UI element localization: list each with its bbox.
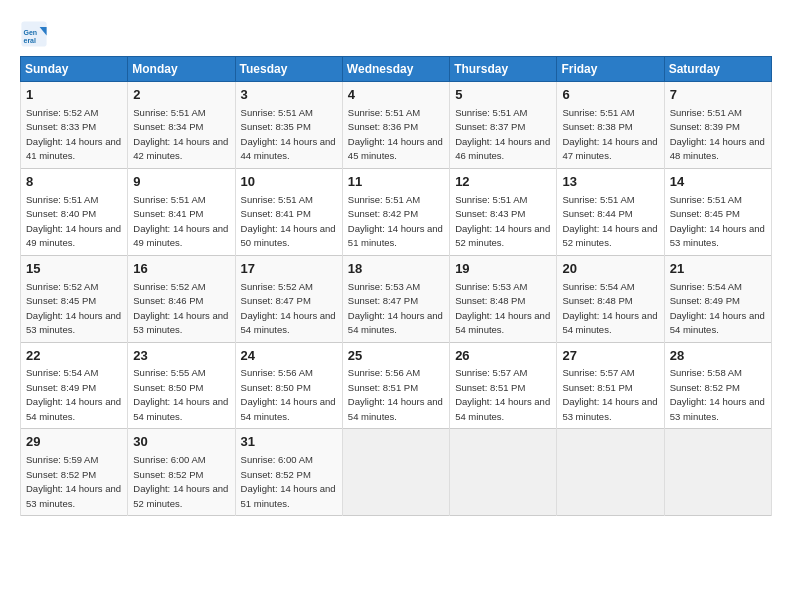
day-cell: 6Sunrise: 5:51 AMSunset: 8:38 PMDaylight…: [557, 82, 664, 169]
day-number: 14: [670, 173, 766, 192]
day-number: 12: [455, 173, 551, 192]
cell-info: Sunrise: 5:51 AMSunset: 8:41 PMDaylight:…: [241, 194, 336, 249]
cell-info: Sunrise: 6:00 AMSunset: 8:52 PMDaylight:…: [133, 454, 228, 509]
cell-info: Sunrise: 5:54 AMSunset: 8:49 PMDaylight:…: [670, 281, 765, 336]
header: Gen eral: [20, 16, 772, 48]
day-cell: 15Sunrise: 5:52 AMSunset: 8:45 PMDayligh…: [21, 255, 128, 342]
weekday-tuesday: Tuesday: [235, 57, 342, 82]
weekday-friday: Friday: [557, 57, 664, 82]
day-cell: 27Sunrise: 5:57 AMSunset: 8:51 PMDayligh…: [557, 342, 664, 429]
day-number: 20: [562, 260, 658, 279]
day-number: 19: [455, 260, 551, 279]
day-number: 15: [26, 260, 122, 279]
day-cell: 13Sunrise: 5:51 AMSunset: 8:44 PMDayligh…: [557, 168, 664, 255]
day-number: 6: [562, 86, 658, 105]
week-row-1: 1Sunrise: 5:52 AMSunset: 8:33 PMDaylight…: [21, 82, 772, 169]
weekday-wednesday: Wednesday: [342, 57, 449, 82]
cell-info: Sunrise: 5:53 AMSunset: 8:47 PMDaylight:…: [348, 281, 443, 336]
cell-info: Sunrise: 5:59 AMSunset: 8:52 PMDaylight:…: [26, 454, 121, 509]
cell-info: Sunrise: 6:00 AMSunset: 8:52 PMDaylight:…: [241, 454, 336, 509]
cell-info: Sunrise: 5:51 AMSunset: 8:41 PMDaylight:…: [133, 194, 228, 249]
day-number: 27: [562, 347, 658, 366]
logo-icon: Gen eral: [20, 20, 48, 48]
day-number: 9: [133, 173, 229, 192]
day-number: 11: [348, 173, 444, 192]
day-number: 18: [348, 260, 444, 279]
cell-info: Sunrise: 5:51 AMSunset: 8:44 PMDaylight:…: [562, 194, 657, 249]
day-number: 29: [26, 433, 122, 452]
svg-text:Gen: Gen: [24, 29, 38, 36]
day-cell: 29Sunrise: 5:59 AMSunset: 8:52 PMDayligh…: [21, 429, 128, 516]
day-number: 3: [241, 86, 337, 105]
day-number: 22: [26, 347, 122, 366]
weekday-saturday: Saturday: [664, 57, 771, 82]
day-cell: 14Sunrise: 5:51 AMSunset: 8:45 PMDayligh…: [664, 168, 771, 255]
day-cell: 9Sunrise: 5:51 AMSunset: 8:41 PMDaylight…: [128, 168, 235, 255]
day-number: 23: [133, 347, 229, 366]
weekday-sunday: Sunday: [21, 57, 128, 82]
cell-info: Sunrise: 5:51 AMSunset: 8:37 PMDaylight:…: [455, 107, 550, 162]
cell-info: Sunrise: 5:55 AMSunset: 8:50 PMDaylight:…: [133, 367, 228, 422]
day-number: 4: [348, 86, 444, 105]
day-number: 1: [26, 86, 122, 105]
day-number: 17: [241, 260, 337, 279]
day-number: 16: [133, 260, 229, 279]
day-number: 5: [455, 86, 551, 105]
week-row-2: 8Sunrise: 5:51 AMSunset: 8:40 PMDaylight…: [21, 168, 772, 255]
cell-info: Sunrise: 5:52 AMSunset: 8:46 PMDaylight:…: [133, 281, 228, 336]
day-cell: 12Sunrise: 5:51 AMSunset: 8:43 PMDayligh…: [450, 168, 557, 255]
day-cell: 1Sunrise: 5:52 AMSunset: 8:33 PMDaylight…: [21, 82, 128, 169]
day-cell: 3Sunrise: 5:51 AMSunset: 8:35 PMDaylight…: [235, 82, 342, 169]
cell-info: Sunrise: 5:51 AMSunset: 8:42 PMDaylight:…: [348, 194, 443, 249]
day-number: 13: [562, 173, 658, 192]
day-cell: 10Sunrise: 5:51 AMSunset: 8:41 PMDayligh…: [235, 168, 342, 255]
day-number: 26: [455, 347, 551, 366]
day-cell: 16Sunrise: 5:52 AMSunset: 8:46 PMDayligh…: [128, 255, 235, 342]
day-cell: [557, 429, 664, 516]
cell-info: Sunrise: 5:58 AMSunset: 8:52 PMDaylight:…: [670, 367, 765, 422]
weekday-header-row: SundayMondayTuesdayWednesdayThursdayFrid…: [21, 57, 772, 82]
day-cell: 23Sunrise: 5:55 AMSunset: 8:50 PMDayligh…: [128, 342, 235, 429]
cell-info: Sunrise: 5:52 AMSunset: 8:45 PMDaylight:…: [26, 281, 121, 336]
cell-info: Sunrise: 5:51 AMSunset: 8:39 PMDaylight:…: [670, 107, 765, 162]
day-number: 31: [241, 433, 337, 452]
day-cell: 22Sunrise: 5:54 AMSunset: 8:49 PMDayligh…: [21, 342, 128, 429]
day-cell: 4Sunrise: 5:51 AMSunset: 8:36 PMDaylight…: [342, 82, 449, 169]
day-cell: 7Sunrise: 5:51 AMSunset: 8:39 PMDaylight…: [664, 82, 771, 169]
cell-info: Sunrise: 5:57 AMSunset: 8:51 PMDaylight:…: [562, 367, 657, 422]
cell-info: Sunrise: 5:51 AMSunset: 8:35 PMDaylight:…: [241, 107, 336, 162]
day-cell: 31Sunrise: 6:00 AMSunset: 8:52 PMDayligh…: [235, 429, 342, 516]
day-cell: 18Sunrise: 5:53 AMSunset: 8:47 PMDayligh…: [342, 255, 449, 342]
day-number: 30: [133, 433, 229, 452]
svg-text:eral: eral: [24, 37, 37, 44]
calendar-page: Gen eral SundayMondayTuesdayWednesdayThu…: [0, 0, 792, 612]
cell-info: Sunrise: 5:51 AMSunset: 8:40 PMDaylight:…: [26, 194, 121, 249]
cell-info: Sunrise: 5:51 AMSunset: 8:36 PMDaylight:…: [348, 107, 443, 162]
week-row-5: 29Sunrise: 5:59 AMSunset: 8:52 PMDayligh…: [21, 429, 772, 516]
cell-info: Sunrise: 5:54 AMSunset: 8:49 PMDaylight:…: [26, 367, 121, 422]
day-cell: 24Sunrise: 5:56 AMSunset: 8:50 PMDayligh…: [235, 342, 342, 429]
day-number: 8: [26, 173, 122, 192]
cell-info: Sunrise: 5:52 AMSunset: 8:33 PMDaylight:…: [26, 107, 121, 162]
day-cell: 21Sunrise: 5:54 AMSunset: 8:49 PMDayligh…: [664, 255, 771, 342]
cell-info: Sunrise: 5:51 AMSunset: 8:45 PMDaylight:…: [670, 194, 765, 249]
cell-info: Sunrise: 5:52 AMSunset: 8:47 PMDaylight:…: [241, 281, 336, 336]
day-cell: [664, 429, 771, 516]
cell-info: Sunrise: 5:56 AMSunset: 8:51 PMDaylight:…: [348, 367, 443, 422]
week-row-3: 15Sunrise: 5:52 AMSunset: 8:45 PMDayligh…: [21, 255, 772, 342]
day-cell: 28Sunrise: 5:58 AMSunset: 8:52 PMDayligh…: [664, 342, 771, 429]
day-cell: 2Sunrise: 5:51 AMSunset: 8:34 PMDaylight…: [128, 82, 235, 169]
day-cell: [450, 429, 557, 516]
week-row-4: 22Sunrise: 5:54 AMSunset: 8:49 PMDayligh…: [21, 342, 772, 429]
day-number: 25: [348, 347, 444, 366]
weekday-monday: Monday: [128, 57, 235, 82]
day-cell: 20Sunrise: 5:54 AMSunset: 8:48 PMDayligh…: [557, 255, 664, 342]
day-cell: 8Sunrise: 5:51 AMSunset: 8:40 PMDaylight…: [21, 168, 128, 255]
day-number: 2: [133, 86, 229, 105]
calendar-header: SundayMondayTuesdayWednesdayThursdayFrid…: [21, 57, 772, 82]
cell-info: Sunrise: 5:56 AMSunset: 8:50 PMDaylight:…: [241, 367, 336, 422]
day-number: 28: [670, 347, 766, 366]
cell-info: Sunrise: 5:53 AMSunset: 8:48 PMDaylight:…: [455, 281, 550, 336]
day-cell: 30Sunrise: 6:00 AMSunset: 8:52 PMDayligh…: [128, 429, 235, 516]
day-cell: 11Sunrise: 5:51 AMSunset: 8:42 PMDayligh…: [342, 168, 449, 255]
